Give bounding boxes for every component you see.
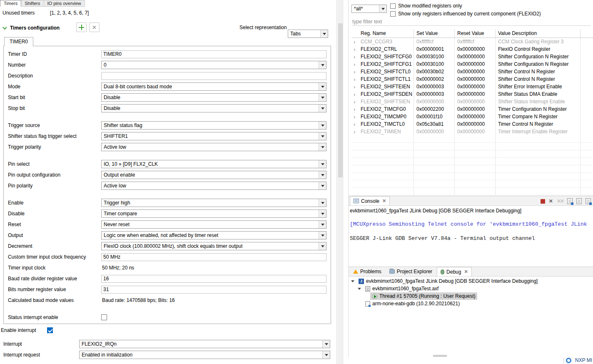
progress-indicator-icon[interactable] xyxy=(566,358,571,363)
bits-number-register-value-input[interactable]: 31 xyxy=(101,286,326,294)
expand-arrow-icon[interactable]: › xyxy=(354,77,361,82)
tree-item[interactable]: evkbmimxrt1060_fpgaTest.axf xyxy=(364,285,440,292)
expand-arrow-icon[interactable]: › xyxy=(354,69,361,75)
tree-expander-icon[interactable] xyxy=(351,280,357,282)
baud-rate-divider-register-value-input[interactable]: 16 xyxy=(101,275,326,283)
reset-value-cell: 0x00000000 xyxy=(455,120,496,128)
register-row[interactable]: ›FLEXIO2_TIMCFG00x000022000x00000000Time… xyxy=(351,105,593,113)
remove-timer-button[interactable]: ✕ xyxy=(89,22,100,32)
trigger-polarity-select[interactable]: Active low xyxy=(101,143,326,151)
start-bit-select[interactable]: Disable xyxy=(101,93,326,102)
expand-arrow-icon[interactable]: › xyxy=(354,39,361,45)
expand-arrow-icon[interactable]: › xyxy=(354,122,361,127)
register-row[interactable]: ›FLEXIO2_SHIFTSDEN0x000000030x00000000Sh… xyxy=(351,90,593,98)
pin-console-button[interactable] xyxy=(576,198,582,204)
register-name-cell: ›FLEXIO2_SHIFTCTL1 xyxy=(351,75,414,83)
horizontal-scrollbar-thumb[interactable] xyxy=(433,355,447,357)
tab-io-pins-overview[interactable]: IO pins overview xyxy=(44,0,85,7)
scrollbar-thumb[interactable] xyxy=(338,23,343,177)
show-modified-checkbox[interactable] xyxy=(390,3,396,9)
tab-console[interactable]: Console ✕ xyxy=(350,196,390,205)
register-row[interactable]: ›FLEXIO2_SHIFTEIEN0x000000030x00000000Sh… xyxy=(351,83,593,90)
tab-project-explorer[interactable]: Project Explorer xyxy=(386,267,436,276)
enable-interrupt-checkbox[interactable] xyxy=(47,327,53,333)
show-console-on-output-button[interactable] xyxy=(567,198,573,204)
number-select[interactable]: 0 xyxy=(101,61,326,69)
expand-arrow-icon[interactable]: › xyxy=(354,84,361,90)
column-header-value-description[interactable]: Value Description xyxy=(496,29,581,37)
expand-arrow-icon[interactable]: › xyxy=(354,129,361,135)
register-row[interactable]: ›FLEXIO2_SHIFTCTL00x00030b020x00000000Sh… xyxy=(351,68,593,75)
interrupt-select[interactable]: FLEXIO2_IRQn xyxy=(79,340,330,348)
pin-output-configuration-select[interactable]: Output enable xyxy=(101,171,326,179)
tree-item-label: evkbmimxrt1060_fpgaTest JLink Debug [GDB… xyxy=(366,278,538,284)
register-row[interactable]: ›FLEXIO2_SHIFTCFG00x000301000x00000000Sh… xyxy=(351,53,593,60)
timer-id-input[interactable]: TIMER0 xyxy=(101,50,326,58)
reset-value-cell: 0x00000000 xyxy=(455,105,496,113)
representation-select[interactable]: Tabs xyxy=(288,30,328,38)
register-group-filter-select[interactable]: *all* xyxy=(351,5,387,13)
display-selected-console-button[interactable] xyxy=(586,198,591,204)
remove-launch-button[interactable]: ✕ xyxy=(549,199,553,204)
custom-timer-input-clock-frequency-input[interactable]: 50 MHz xyxy=(101,253,326,261)
shifter-status-flag-trigger-select-select[interactable]: SHIFTER1 xyxy=(101,132,326,140)
terminate-button[interactable] xyxy=(541,199,545,204)
output-select[interactable]: Logic one when enabled, not affected by … xyxy=(101,231,326,239)
register-row[interactable]: ›FLEXIO2_SHIFTCFG10x000301000x00000000Sh… xyxy=(351,60,593,68)
reset-select[interactable]: Never reset xyxy=(101,220,326,229)
register-row[interactable]: ›FLEXIO2_TIMCTL00x05c30a810x00000000Time… xyxy=(351,120,593,128)
register-row[interactable]: ›FLEXIO2_SHIFTSIEN0x000000000x00000000Sh… xyxy=(351,98,593,105)
field-label: Stop bit xyxy=(8,105,101,111)
tab-shifters[interactable]: Shifters xyxy=(21,0,44,7)
column-header-reset-value[interactable]: Reset Value xyxy=(455,29,496,37)
remove-all-terminated-button[interactable]: ✕✕ xyxy=(557,199,563,204)
tree-expander-icon[interactable] xyxy=(358,288,364,290)
tab-problems[interactable]: Problems xyxy=(350,267,385,276)
column-header-reg-name[interactable]: Reg. Name xyxy=(351,29,414,37)
register-row[interactable]: ›FLEXIO2_CTRL0x000000010x00000000FlexIO … xyxy=(351,45,593,53)
tree-row[interactable]: evkbmimxrt1060_fpgaTest JLink Debug [GDB… xyxy=(349,277,593,285)
close-icon[interactable]: ✕ xyxy=(382,198,386,204)
pin-polarity-select[interactable]: Active low xyxy=(101,182,326,190)
expand-arrow-icon[interactable]: › xyxy=(354,62,361,67)
timer0-tab[interactable]: TIMER0 xyxy=(4,37,33,46)
register-row[interactable]: ›CCM_CCGR30xffffffcf0xffffffcfCCM Clock … xyxy=(351,38,593,45)
expand-arrow-icon[interactable]: › xyxy=(354,99,361,105)
register-row[interactable]: ›FLEXIO2_TIMCMP00x00001f100x00000000Time… xyxy=(351,113,593,120)
register-row[interactable]: ›FLEXIO2_TIMIEN0x000000000x00000000Timer… xyxy=(351,128,593,135)
collapse-chevron-icon[interactable] xyxy=(2,27,7,30)
pin-select-select[interactable]: IO, 10 » [D9] FLX2_CLK xyxy=(101,160,326,168)
expand-arrow-icon[interactable]: › xyxy=(354,47,361,52)
editor-vertical-scrollbar[interactable] xyxy=(337,0,344,364)
column-header-set-value[interactable]: Set Value xyxy=(414,29,455,37)
tree-row[interactable]: arm-none-eabi-gdb (10.2.90.20210621) xyxy=(349,300,593,307)
tab-timers[interactable]: Timers xyxy=(0,0,21,7)
enable-select[interactable]: Trigger high xyxy=(101,199,326,207)
tree-item[interactable]: evkbmimxrt1060_fpgaTest JLink Debug [GDB… xyxy=(357,277,539,285)
trigger-source-select[interactable]: Shifter status flag xyxy=(101,121,326,130)
show-influenced-checkbox[interactable] xyxy=(390,11,396,17)
mode-select[interactable]: Dual 8-bit counters baud mode xyxy=(101,82,326,91)
status-interrupt-enable-checkbox[interactable] xyxy=(101,314,107,320)
disable-select[interactable]: Timer compare xyxy=(101,209,326,218)
stop-bit-select[interactable]: Disable xyxy=(101,104,326,112)
field-label: Trigger source xyxy=(8,122,101,128)
console-output[interactable]: [MCUXpresso Semihosting Telnet console f… xyxy=(350,216,593,267)
tree-row[interactable]: evkbmimxrt1060_fpgaTest.axf xyxy=(349,285,593,292)
tab-debug[interactable]: Debug✕ xyxy=(437,267,472,276)
expand-arrow-icon[interactable]: › xyxy=(354,107,361,112)
description-input[interactable] xyxy=(101,72,326,80)
tree-item[interactable]: Thread #1 57005 (Running : User Request) xyxy=(370,292,477,300)
close-icon[interactable]: ✕ xyxy=(464,269,468,274)
tree-item[interactable]: arm-none-eabi-gdb (10.2.90.20210621) xyxy=(364,300,461,307)
register-row[interactable]: ›FLEXIO2_SHIFTCTL10x000000020x00000000Sh… xyxy=(351,75,593,83)
decrement-select[interactable]: FlexIO clock (100.800002 MHz), shift clo… xyxy=(101,242,326,250)
expand-arrow-icon[interactable]: › xyxy=(354,92,361,97)
tree-row[interactable]: Thread #1 57005 (Running : User Request) xyxy=(349,292,593,300)
register-filter-input[interactable]: type filter text xyxy=(351,18,591,26)
add-timer-button[interactable] xyxy=(76,22,87,32)
expand-arrow-icon[interactable]: › xyxy=(354,114,361,120)
expand-arrow-icon[interactable]: › xyxy=(354,54,361,60)
nxp-status-link[interactable]: NXP MI xyxy=(575,357,592,363)
interrupt-request-select[interactable]: Enabled in initialization xyxy=(79,351,330,359)
